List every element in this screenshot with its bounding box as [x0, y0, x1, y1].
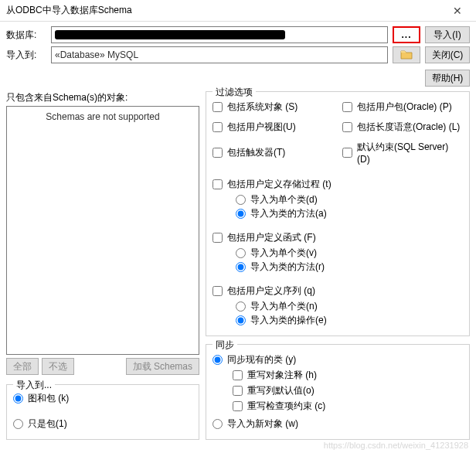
checkbox-rewrite-check-constraints-label: 重写检查项约束 (c) — [247, 400, 325, 413]
checkbox-rewrite-comments-label: 重写对象注释 (h) — [247, 369, 317, 382]
folder-icon — [400, 49, 413, 62]
import-to-label: 导入到: — [6, 49, 46, 62]
checkbox-triggers[interactable] — [212, 148, 223, 158]
browse-import-target-button[interactable] — [393, 46, 420, 63]
radio-proc-single-class[interactable] — [236, 195, 246, 205]
checkbox-default-constraints[interactable] — [342, 148, 352, 158]
checkbox-default-constraints-label: 默认约束(SQL Server) (D) — [357, 141, 463, 165]
close-button[interactable]: 关闭(C) — [425, 46, 470, 63]
schema-listbox[interactable]: Schemas are not supported — [6, 106, 199, 355]
checkbox-user-views-label: 包括用户视图(U) — [227, 121, 296, 134]
checkbox-length-semantics[interactable] — [342, 122, 352, 132]
redacted-text — [55, 30, 285, 39]
checkbox-rewrite-defaults[interactable] — [233, 386, 243, 396]
radio-func-single-class[interactable] — [236, 248, 246, 258]
radio-package-only-label: 只是包(1) — [28, 417, 67, 431]
radio-func-class-method-label: 导入为类的方法(r) — [250, 261, 325, 274]
radio-seq-single-class[interactable] — [236, 301, 246, 312]
checkbox-stored-procedures-label: 包括用户定义存储过程 (t) — [227, 178, 332, 191]
browse-database-button[interactable]: ... — [393, 26, 420, 43]
help-button[interactable]: 帮助(H) — [425, 70, 470, 87]
checkbox-sequences[interactable] — [212, 286, 223, 296]
radio-import-as-new-label: 导入为新对象 (w) — [227, 417, 298, 431]
load-schemas-button[interactable]: 加载 Schemas — [126, 358, 199, 375]
radio-import-as-new[interactable] — [212, 419, 223, 429]
checkbox-functions[interactable] — [212, 233, 223, 243]
checkbox-rewrite-check-constraints[interactable] — [233, 401, 243, 411]
radio-proc-single-class-label: 导入为单个类(d) — [250, 193, 318, 206]
radio-proc-class-method-label: 导入为类的方法(a) — [250, 207, 327, 220]
radio-seq-single-class-label: 导入为单个类(n) — [250, 300, 318, 313]
radio-seq-class-operation-label: 导入为类的操作(e) — [250, 314, 327, 327]
schema-list-message: Schemas are not supported — [12, 111, 194, 122]
ellipsis-icon: ... — [401, 29, 411, 40]
checkbox-system-objects[interactable] — [212, 102, 223, 112]
checkbox-user-views[interactable] — [212, 122, 223, 132]
checkbox-length-semantics-label: 包括长度语意(Oracle) (L) — [357, 121, 460, 134]
radio-seq-class-operation[interactable] — [236, 315, 246, 325]
radio-sync-existing-label: 同步现有的类 (y) — [227, 353, 296, 366]
import-button[interactable]: 导入(I) — [425, 26, 470, 43]
radio-diagram-and-package-label: 图和包 (k) — [28, 392, 69, 405]
select-none-button[interactable]: 不选 — [42, 358, 74, 375]
radio-diagram-and-package[interactable] — [13, 393, 23, 404]
checkbox-functions-label: 包括用户定义函式 (F) — [227, 231, 316, 244]
import-to-field[interactable]: «Database» MySQL — [51, 46, 388, 63]
checkbox-rewrite-defaults-label: 重写列默认值(o) — [247, 384, 314, 397]
database-field[interactable] — [51, 26, 388, 43]
checkbox-sequences-label: 包括用户定义序列 (q) — [227, 284, 315, 298]
radio-package-only[interactable] — [13, 419, 23, 429]
checkbox-user-packages[interactable] — [342, 102, 352, 112]
radio-func-single-class-label: 导入为单个类(v) — [250, 247, 317, 260]
database-label: 数据库: — [6, 29, 46, 42]
checkbox-triggers-label: 包括触发器(T) — [227, 146, 285, 159]
schema-list-label: 只包含来自Schema(s)的对象: — [6, 91, 199, 104]
radio-sync-existing[interactable] — [212, 355, 223, 365]
checkbox-user-packages-label: 包括用户包(Oracle) (P) — [357, 100, 452, 114]
checkbox-stored-procedures[interactable] — [212, 179, 223, 189]
window-title: 从ODBC中导入数据库Schema — [6, 4, 442, 17]
select-all-button[interactable]: 全部 — [6, 358, 39, 375]
checkbox-system-objects-label: 包括系统对象 (S) — [227, 100, 298, 114]
import-to-group-title: 导入到... — [13, 379, 55, 392]
radio-func-class-method[interactable] — [236, 262, 246, 272]
close-icon[interactable]: ✕ — [442, 5, 473, 17]
checkbox-rewrite-comments[interactable] — [233, 370, 243, 380]
radio-proc-class-method[interactable] — [236, 209, 246, 219]
filter-options-title: 过滤选项 — [212, 86, 256, 99]
sync-group-title: 同步 — [212, 339, 237, 352]
